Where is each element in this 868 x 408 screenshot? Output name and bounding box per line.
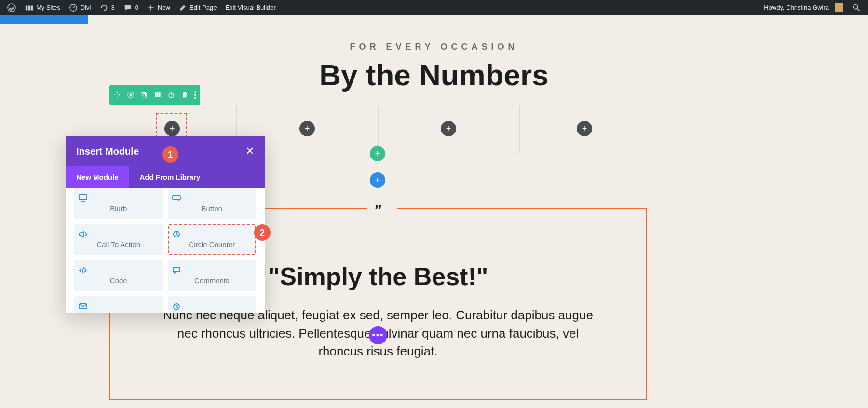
updates-count: 3	[111, 4, 115, 11]
svg-rect-7	[157, 92, 158, 97]
module-grid: Blurb Button Call To Action Circle Count…	[74, 188, 256, 313]
add-module-button[interactable]: +	[299, 121, 315, 136]
row-toolbar	[109, 85, 200, 105]
admin-bar-right: Howdy, Christina Gwira	[760, 0, 868, 15]
button-icon	[172, 194, 253, 202]
page-content: FOR EVERY OCCASION By the Numbers + + + …	[0, 15, 868, 408]
svg-rect-5	[143, 94, 147, 97]
exit-builder[interactable]: Exit Visual Builder	[221, 0, 280, 15]
new-label: New	[158, 4, 170, 11]
avatar	[835, 3, 843, 12]
envelope-icon	[78, 302, 159, 311]
annotation-2: 2	[254, 224, 271, 241]
trash-icon[interactable]	[181, 91, 189, 99]
svg-rect-13	[79, 195, 87, 200]
svg-rect-8	[159, 92, 160, 97]
svg-rect-16	[173, 267, 180, 272]
admin-bar-left: My Sites Divi 3 0 New	[0, 0, 280, 15]
comments-icon	[172, 266, 253, 275]
code-icon	[78, 266, 159, 275]
edit-page[interactable]: Edit Page	[175, 0, 221, 15]
search-icon	[852, 3, 861, 12]
megaphone-icon	[78, 230, 159, 238]
quote-mark: "	[374, 202, 381, 220]
tab-add-from-library[interactable]: Add From Library	[129, 166, 265, 188]
wp-admin-bar: My Sites Divi 3 0 New	[0, 0, 868, 15]
duplicate-icon[interactable]	[140, 91, 148, 99]
section-toolbar-remnant	[0, 15, 88, 24]
site-name[interactable]: Divi	[65, 0, 95, 15]
module-label: Call To Action	[78, 240, 159, 249]
power-icon[interactable]	[167, 91, 175, 99]
insert-module-modal: Insert Module ✕ New Module Add From Libr…	[66, 136, 265, 313]
module-contact-form[interactable]: Contact Form	[74, 296, 163, 313]
svg-rect-6	[155, 92, 156, 97]
section-subtitle: FOR EVERY OCCASION	[0, 42, 868, 52]
module-label: Button	[172, 204, 253, 212]
move-icon[interactable]	[113, 91, 121, 99]
close-icon[interactable]: ✕	[245, 145, 254, 158]
module-label: Circle Counter	[172, 240, 253, 249]
wp-logo[interactable]	[3, 0, 20, 15]
module-label: Contact Form	[78, 313, 159, 313]
add-module-button[interactable]: +	[441, 121, 456, 136]
module-label: Code	[78, 276, 159, 285]
module-label: Countdown Timer	[172, 313, 253, 313]
settings-icon[interactable]	[127, 91, 135, 99]
column-divider	[378, 105, 379, 153]
comment-icon	[123, 3, 132, 12]
user-greeting[interactable]: Howdy, Christina Gwira	[760, 0, 848, 15]
search[interactable]	[848, 0, 865, 15]
comments-count: 0	[135, 4, 138, 11]
module-code[interactable]: Code	[74, 260, 163, 291]
modal-body: Blurb Button Call To Action Circle Count…	[66, 188, 265, 313]
module-label: Blurb	[78, 204, 159, 212]
plus-icon	[147, 4, 155, 12]
add-module-button[interactable]: +	[164, 121, 180, 136]
tab-new-module[interactable]: New Module	[66, 166, 129, 188]
module-call-to-action[interactable]: Call To Action	[74, 224, 163, 255]
updates[interactable]: 3	[95, 0, 119, 15]
module-comments[interactable]: Comments	[168, 260, 257, 291]
svg-point-11	[194, 94, 196, 96]
builder-menu-fab[interactable]: •••	[369, 326, 387, 344]
comments[interactable]: 0	[119, 0, 143, 15]
svg-point-2	[854, 4, 858, 9]
module-label: Comments	[172, 276, 253, 285]
module-circle-counter[interactable]: Circle Counter	[168, 224, 257, 255]
module-countdown-timer[interactable]: Countdown Timer	[168, 296, 257, 313]
modal-tabs: New Module Add From Library	[66, 166, 265, 188]
add-row-button[interactable]: +	[370, 146, 385, 161]
module-blurb[interactable]: Blurb	[74, 188, 163, 219]
svg-point-10	[194, 91, 196, 93]
site-name-label: Divi	[81, 4, 91, 11]
network-icon	[25, 3, 33, 12]
pencil-icon	[179, 4, 187, 12]
add-module-button[interactable]: +	[577, 121, 592, 136]
exit-builder-label: Exit Visual Builder	[225, 4, 276, 11]
new-content[interactable]: New	[143, 0, 175, 15]
circle-counter-icon	[172, 230, 253, 238]
my-sites-label: My Sites	[36, 4, 60, 11]
columns-icon[interactable]	[154, 91, 162, 99]
blurb-icon	[78, 194, 159, 202]
svg-point-12	[194, 97, 196, 99]
greeting-text: Howdy, Christina Gwira	[764, 4, 829, 11]
wordpress-icon	[7, 3, 16, 12]
clock-icon	[172, 302, 253, 311]
column-divider	[519, 105, 520, 153]
refresh-icon	[100, 3, 108, 12]
more-icon[interactable]	[194, 91, 196, 99]
svg-rect-14	[173, 196, 180, 199]
svg-rect-4	[142, 92, 145, 96]
add-section-button[interactable]: +	[370, 172, 385, 188]
dashboard-icon	[69, 3, 78, 12]
edit-page-label: Edit Page	[190, 4, 217, 11]
module-button[interactable]: Button	[168, 188, 257, 219]
annotation-1: 1	[162, 146, 178, 163]
svg-point-3	[130, 94, 132, 96]
modal-title: Insert Module	[76, 146, 139, 157]
my-sites[interactable]: My Sites	[20, 0, 65, 15]
